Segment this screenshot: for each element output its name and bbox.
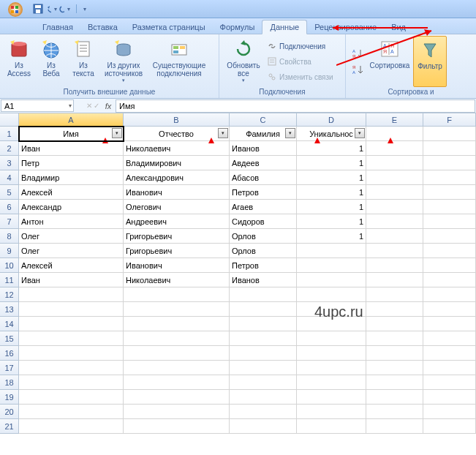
cell[interactable]: Александр [19, 200, 124, 214]
cell[interactable] [124, 390, 230, 405]
connections-button[interactable]: Подключения [265, 39, 336, 53]
row-header[interactable]: 4 [0, 170, 19, 185]
cell[interactable]: Григорьевич [124, 244, 230, 258]
cell[interactable]: 1 [297, 214, 366, 229]
cell[interactable] [297, 405, 366, 419]
cell[interactable]: Николаевич [124, 141, 230, 156]
cell[interactable]: 1 [297, 200, 366, 214]
tab-home[interactable]: Главная [35, 20, 80, 34]
cell[interactable] [423, 200, 476, 214]
cell[interactable] [366, 141, 423, 156]
cell[interactable] [124, 375, 230, 390]
cell[interactable] [124, 302, 230, 317]
filter-dropdown-icon[interactable]: ▾ [218, 128, 228, 138]
cell[interactable]: 1 [297, 156, 366, 170]
qat-customize-icon[interactable]: ▾ [83, 6, 86, 12]
row-header[interactable]: 15 [0, 331, 19, 346]
cell[interactable] [423, 185, 476, 200]
tab-insert[interactable]: Вставка [80, 20, 125, 34]
cell[interactable] [423, 258, 476, 273]
cell[interactable] [423, 287, 476, 302]
column-header-b[interactable]: B [124, 113, 230, 127]
cell[interactable] [19, 390, 124, 405]
cell[interactable]: Олег [19, 229, 124, 244]
row-header[interactable]: 18 [0, 375, 19, 390]
sort-az-button[interactable]: АЯ [350, 46, 365, 61]
tab-data[interactable]: Данные [262, 20, 307, 34]
cell[interactable] [423, 405, 476, 419]
chevron-down-icon[interactable]: ▾ [69, 102, 72, 109]
cell[interactable]: Антон [19, 214, 124, 229]
cell[interactable] [366, 375, 423, 390]
row-header[interactable]: 6 [0, 200, 19, 214]
cell[interactable] [230, 317, 297, 331]
cell[interactable] [423, 229, 476, 244]
cell[interactable] [423, 214, 476, 229]
cell[interactable]: Петров [230, 185, 297, 200]
cell[interactable] [230, 375, 297, 390]
cell[interactable] [19, 287, 124, 302]
cell[interactable] [423, 317, 476, 331]
cell[interactable] [124, 405, 230, 419]
row-header[interactable]: 7 [0, 214, 19, 229]
cell[interactable] [230, 405, 297, 419]
cell[interactable]: Агаев [230, 200, 297, 214]
cell[interactable] [297, 273, 366, 287]
cell[interactable] [366, 273, 423, 287]
row-header[interactable]: 8 [0, 229, 19, 244]
cell[interactable]: Иван [19, 273, 124, 287]
cell[interactable]: Иван [19, 141, 124, 156]
cell[interactable]: 1 [297, 185, 366, 200]
from-text-button[interactable]: Из текста [67, 36, 99, 87]
cell[interactable] [230, 287, 297, 302]
cell[interactable] [366, 361, 423, 375]
row-header[interactable]: 13 [0, 302, 19, 317]
column-header-a[interactable]: A [19, 113, 124, 127]
fx-button[interactable]: fx [101, 102, 116, 110]
cell[interactable]: 1 [297, 229, 366, 244]
cell[interactable] [366, 331, 423, 346]
cell[interactable] [19, 361, 124, 375]
cell[interactable]: Александрович [124, 170, 230, 185]
row-header[interactable]: 19 [0, 390, 19, 405]
cell[interactable] [19, 405, 124, 419]
cell[interactable] [124, 361, 230, 375]
cell[interactable]: Андреевич [124, 214, 230, 229]
cell[interactable]: Петр [19, 156, 124, 170]
cell[interactable]: Олегович [124, 200, 230, 214]
refresh-all-button[interactable]: Обновить все ▾ [222, 36, 265, 87]
office-button[interactable] [1, 1, 29, 17]
row-header[interactable]: 20 [0, 405, 19, 419]
row-header[interactable]: 1 [0, 127, 19, 141]
cell[interactable] [124, 287, 230, 302]
chevron-down-icon[interactable]: ▾ [54, 6, 57, 12]
from-other-sources-button[interactable]: Из других источников ▾ [99, 36, 148, 87]
tab-view[interactable]: Вид [384, 20, 413, 34]
cell[interactable] [19, 375, 124, 390]
column-header-e[interactable]: E [366, 113, 423, 127]
filter-dropdown-icon[interactable]: ▾ [285, 128, 295, 138]
cell[interactable] [366, 317, 423, 331]
cell[interactable] [297, 361, 366, 375]
cell[interactable] [297, 419, 366, 434]
cell[interactable] [124, 419, 230, 434]
cell[interactable]: Владимирович [124, 156, 230, 170]
filter-dropdown-icon[interactable]: ▾ [355, 128, 365, 138]
cell[interactable] [297, 258, 366, 273]
column-header-c[interactable]: C [230, 113, 297, 127]
cell[interactable] [19, 317, 124, 331]
cell[interactable] [124, 346, 230, 361]
cell[interactable] [366, 419, 423, 434]
cell[interactable] [297, 375, 366, 390]
cell[interactable] [366, 346, 423, 361]
cell[interactable]: Владимир [19, 170, 124, 185]
from-access-button[interactable]: Из Access [3, 36, 35, 87]
cell[interactable] [366, 390, 423, 405]
column-header-f[interactable]: F [423, 113, 476, 127]
sort-button[interactable]: АЯЯА Сортировка [366, 36, 413, 87]
formula-input[interactable]: Имя [116, 99, 475, 113]
cell[interactable] [423, 156, 476, 170]
cell[interactable]: Иванович [124, 258, 230, 273]
cell[interactable] [297, 390, 366, 405]
cell[interactable]: Иванович [124, 185, 230, 200]
